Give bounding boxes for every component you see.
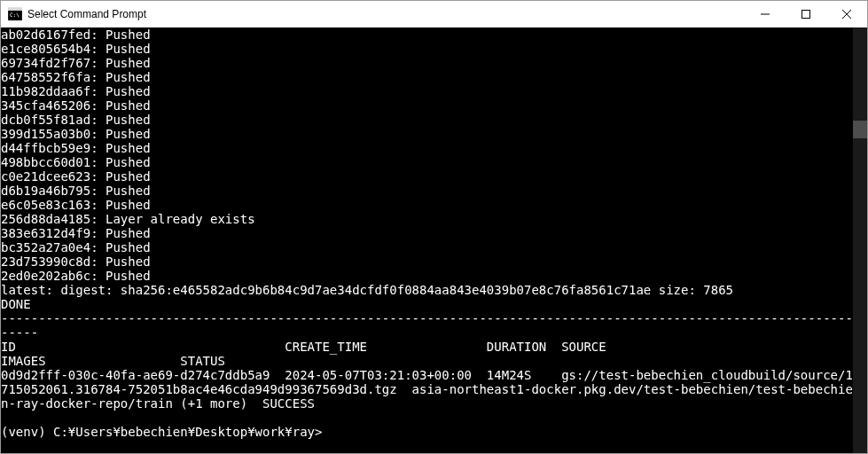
terminal-output[interactable]: ab02d6167fed: Pushed e1ce805654b4: Pushe…: [1, 27, 853, 453]
terminal-area: ab02d6167fed: Pushed e1ce805654b4: Pushe…: [1, 27, 867, 453]
svg-rect-1: [8, 8, 22, 11]
maximize-button[interactable]: [786, 1, 826, 27]
close-button[interactable]: [826, 1, 867, 27]
svg-rect-4: [802, 11, 810, 19]
close-icon: [842, 10, 851, 19]
scrollbar[interactable]: [853, 27, 867, 453]
minimize-icon: [761, 10, 770, 19]
maximize-icon: [802, 10, 810, 19]
cmd-icon: C:\: [8, 7, 22, 21]
scrollbar-thumb[interactable]: [853, 121, 867, 138]
titlebar: C:\ Select Command Prompt: [1, 1, 867, 27]
window-controls: [745, 1, 867, 27]
svg-text:C:\: C:\: [10, 12, 20, 18]
minimize-button[interactable]: [745, 1, 786, 27]
window-title: Select Command Prompt: [27, 1, 745, 27]
